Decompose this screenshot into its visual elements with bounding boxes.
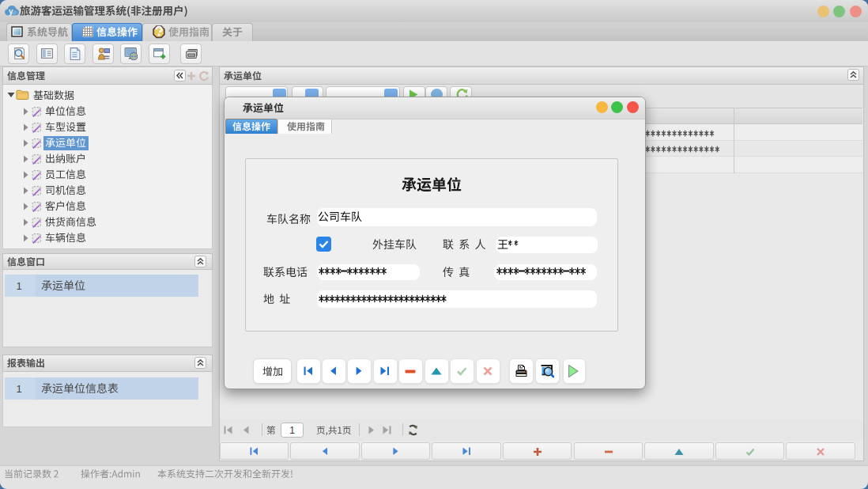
svg-text:y: y	[9, 7, 13, 16]
